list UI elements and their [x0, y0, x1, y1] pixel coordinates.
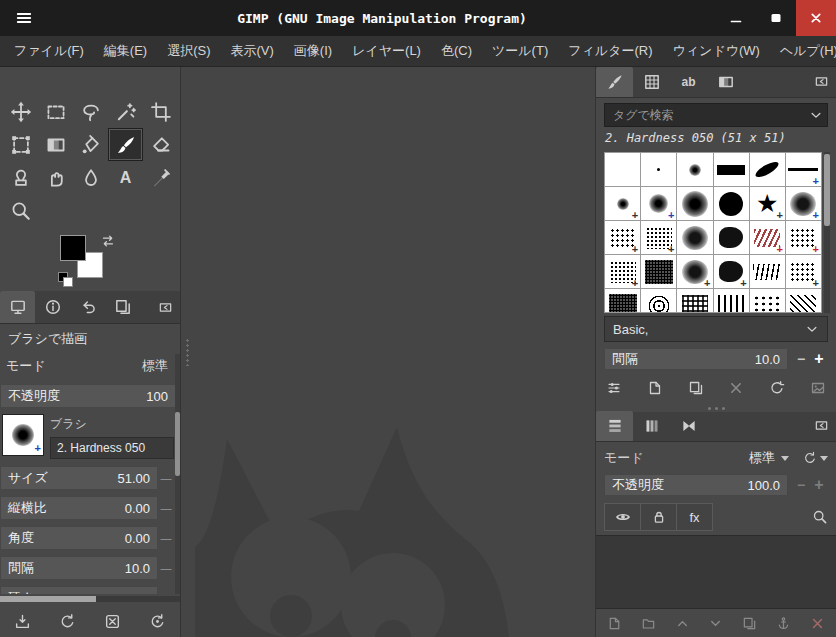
close-button[interactable] — [796, 0, 836, 36]
slider-0[interactable]: サイズ51.00 — [0, 466, 158, 490]
tool-move[interactable] — [3, 95, 38, 128]
menu-item[interactable]: 編集(E) — [94, 36, 157, 66]
brush-cell[interactable] — [714, 187, 749, 220]
layer-mode-dropdown[interactable]: 標準 — [749, 449, 789, 467]
brush-cell[interactable]: + — [750, 221, 785, 254]
slider-dial-icon[interactable]: — — [158, 562, 174, 574]
raise-layer-button[interactable] — [675, 616, 690, 631]
brush-cell[interactable] — [677, 187, 712, 220]
slider-3[interactable]: 間隔10.0 — [0, 556, 158, 580]
layer-opacity-slider[interactable]: 不透明度 100.0 — [604, 474, 788, 496]
layer-visibility-toggle[interactable] — [604, 503, 641, 531]
brush-thumbnail[interactable]: + — [2, 414, 44, 456]
duplicate-layer-button[interactable] — [742, 616, 757, 631]
brush-cell[interactable]: + — [714, 255, 749, 288]
brush-cell[interactable] — [714, 221, 749, 254]
brush-cell[interactable] — [786, 289, 821, 313]
layer-mode-switch-button[interactable] — [803, 451, 828, 465]
foreground-color-swatch[interactable] — [60, 235, 86, 261]
spacing-increase-button[interactable]: + — [810, 350, 828, 368]
slider-dial-icon[interactable]: — — [158, 502, 174, 514]
slider-1[interactable]: 縦横比0.00 — [0, 496, 158, 520]
dock-menu-button[interactable] — [809, 69, 833, 93]
brush-cell[interactable] — [605, 153, 640, 186]
brush-cell[interactable]: + — [641, 221, 676, 254]
new-layer-button[interactable] — [607, 616, 622, 631]
tab-layers[interactable] — [596, 411, 633, 441]
menu-item[interactable]: フィルター(R) — [558, 36, 662, 66]
brush-cell[interactable]: + — [786, 221, 821, 254]
brush-cell[interactable] — [641, 255, 676, 288]
menu-item[interactable]: ツール(T) — [482, 36, 558, 66]
delete-brush-button[interactable] — [728, 380, 744, 396]
panel-resize-grip[interactable] — [185, 338, 190, 366]
save-tool-options-button[interactable] — [10, 608, 36, 634]
brush-cell[interactable]: + — [605, 187, 640, 220]
menu-item[interactable]: ウィンドウ(W) — [662, 36, 769, 66]
edit-brush-button[interactable] — [606, 380, 622, 396]
tool-paintbrush[interactable] — [108, 128, 143, 161]
slider-dial-icon[interactable]: — — [158, 532, 174, 544]
brush-cell[interactable] — [714, 153, 749, 186]
opacity-increase-button[interactable]: + — [810, 476, 828, 494]
search-layers-icon[interactable] — [812, 509, 828, 525]
slider-2[interactable]: 角度0.00 — [0, 526, 158, 550]
maximize-button[interactable] — [756, 0, 796, 36]
opacity-slider[interactable]: 不透明度 100 — [0, 384, 176, 408]
menu-item[interactable]: 選択(S) — [157, 36, 220, 66]
brush-spacing-slider[interactable]: 間隔 10.0 — [604, 348, 788, 370]
tool-color-picker[interactable] — [143, 161, 178, 194]
mode-value[interactable]: 標準 — [142, 357, 168, 375]
tab-channels[interactable] — [633, 411, 670, 441]
tool-options-scrollbar[interactable] — [175, 354, 180, 594]
delete-layer-button[interactable] — [810, 616, 825, 631]
anchor-layer-button[interactable] — [776, 616, 791, 631]
tool-eraser[interactable] — [143, 128, 178, 161]
brush-cell[interactable]: + — [786, 187, 821, 220]
brush-cell[interactable] — [605, 289, 640, 313]
chevron-down-icon[interactable] — [809, 108, 823, 122]
tool-text[interactable]: A — [108, 161, 143, 194]
tab-paths[interactable] — [670, 411, 707, 441]
tab-gradients[interactable] — [707, 67, 744, 97]
brush-cell[interactable] — [750, 255, 785, 288]
slider-dial-icon[interactable]: — — [158, 472, 174, 484]
tool-rectangle-select[interactable] — [38, 95, 73, 128]
restore-tool-options-button[interactable] — [55, 608, 81, 634]
open-brush-as-image-button[interactable] — [810, 380, 826, 396]
tool-clone[interactable] — [3, 161, 38, 194]
reset-tool-options-button[interactable] — [145, 608, 171, 634]
horizontal-scrollbar[interactable] — [0, 596, 180, 602]
brush-cell[interactable] — [750, 289, 785, 313]
brush-filter-dropdown[interactable]: Basic, — [604, 316, 828, 342]
lower-layer-button[interactable] — [708, 616, 723, 631]
spacing-decrease-button[interactable]: − — [792, 351, 810, 367]
menu-item[interactable]: 画像(I) — [284, 36, 342, 66]
brush-grid-scrollbar[interactable] — [824, 152, 830, 313]
layer-effects-toggle[interactable]: fx — [676, 503, 713, 531]
swap-colors-icon[interactable] — [100, 233, 116, 249]
scrollbar-thumb[interactable] — [175, 412, 180, 476]
brush-cell[interactable] — [641, 289, 676, 313]
tab-fonts[interactable]: ab — [670, 67, 707, 97]
brush-cell[interactable]: + — [605, 221, 640, 254]
tab-device-status[interactable] — [35, 291, 70, 323]
new-layer-group-button[interactable] — [641, 616, 656, 631]
menu-item[interactable]: ヘルプ(H) — [770, 36, 836, 66]
brush-cell[interactable] — [677, 153, 712, 186]
delete-tool-options-button[interactable] — [100, 608, 126, 634]
tool-crop[interactable] — [143, 95, 178, 128]
tab-undo-history[interactable] — [70, 291, 105, 323]
brush-cell[interactable] — [677, 221, 712, 254]
menu-item[interactable]: 色(C) — [431, 36, 482, 66]
tab-brushes[interactable] — [596, 67, 633, 97]
tab-patterns[interactable] — [633, 67, 670, 97]
duplicate-brush-button[interactable] — [688, 380, 704, 396]
layers-list[interactable] — [596, 535, 836, 609]
menu-item[interactable]: レイヤー(L) — [342, 36, 431, 66]
menu-item[interactable]: 表示(V) — [221, 36, 284, 66]
tool-transform[interactable] — [3, 128, 38, 161]
tool-bucket-fill[interactable] — [73, 128, 108, 161]
layer-lock-toggle[interactable] — [640, 503, 677, 531]
default-colors-icon[interactable] — [58, 272, 73, 287]
